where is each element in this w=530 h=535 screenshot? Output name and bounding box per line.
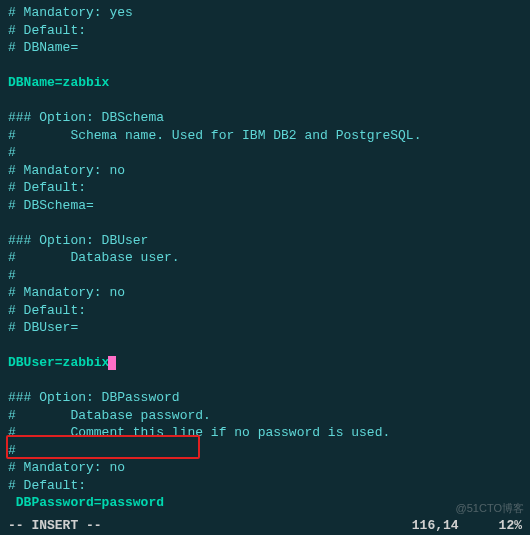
editor-line: # DBSchema= xyxy=(8,197,530,215)
editor-line xyxy=(8,92,530,110)
editor-line: # xyxy=(8,144,530,162)
vim-status-bar: -- INSERT -- 116,14 12% xyxy=(0,517,530,535)
editor-line: DBName=zabbix xyxy=(8,74,530,92)
editor-line: # Mandatory: no xyxy=(8,459,530,477)
editor-line: # xyxy=(8,442,530,460)
editor-line: # xyxy=(8,267,530,285)
editor-line: # Mandatory: no xyxy=(8,162,530,180)
editor-line xyxy=(8,372,530,390)
scroll-percent: 12% xyxy=(499,517,522,535)
editor-line: # Database user. xyxy=(8,249,530,267)
editor-line: # Schema name. Used for IBM DB2 and Post… xyxy=(8,127,530,145)
editor-line: # DBName= xyxy=(8,39,530,57)
vim-mode-indicator: -- INSERT -- xyxy=(8,517,102,535)
editor-line: # Comment this line if no password is us… xyxy=(8,424,530,442)
editor-line: ### Option: DBUser xyxy=(8,232,530,250)
cursor-position: 116,14 xyxy=(412,517,459,535)
editor-line: # Database password. xyxy=(8,407,530,425)
editor-line: # Default: xyxy=(8,302,530,320)
editor-line: # Default: xyxy=(8,22,530,40)
editor-line: # Mandatory: no xyxy=(8,284,530,302)
editor-viewport[interactable]: # Mandatory: yes# Default:# DBName= DBNa… xyxy=(0,0,530,535)
editor-line xyxy=(8,214,530,232)
editor-line: DBUser=zabbix xyxy=(8,354,530,372)
editor-line xyxy=(8,57,530,75)
text-cursor xyxy=(108,356,116,370)
editor-line: # DBUser= xyxy=(8,319,530,337)
editor-line xyxy=(8,337,530,355)
editor-line: # Default: xyxy=(8,179,530,197)
editor-line: DBPassword=password xyxy=(8,494,530,512)
watermark: @51CTO博客 xyxy=(456,500,524,518)
editor-line: # Mandatory: yes xyxy=(8,4,530,22)
editor-line: ### Option: DBPassword xyxy=(8,389,530,407)
editor-line: # Default: xyxy=(8,477,530,495)
editor-line: ### Option: DBSchema xyxy=(8,109,530,127)
